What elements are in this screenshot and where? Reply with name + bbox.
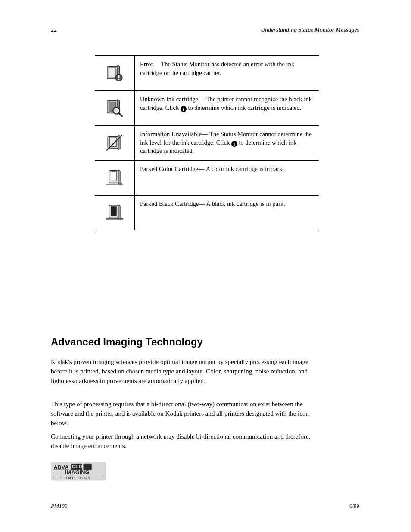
- table-row: Error— The Status Monitor has detected a…: [95, 56, 319, 91]
- row-name: Parked Color Cartridge: [140, 165, 198, 172]
- status-icons-table: Error— The Status Monitor has detected a…: [95, 55, 319, 231]
- row-text: Parked Color Cartridge— A color ink cart…: [135, 161, 319, 195]
- svg-rect-15: [111, 172, 116, 181]
- svg-rect-1: [109, 68, 116, 77]
- svg-rect-3: [118, 75, 120, 78]
- printer-error-icon: [95, 56, 135, 90]
- footer-date: 6/99: [349, 503, 359, 510]
- row-text: Error— The Status Monitor has detected a…: [135, 56, 319, 90]
- row-text: Information Unavailable— The Status Moni…: [135, 126, 319, 160]
- table-row: Parked Color Cartridge— A color ink cart…: [95, 161, 319, 196]
- printer-unavailable-icon: [95, 126, 135, 160]
- row-desc: — A color ink cartridge is in park.: [198, 165, 284, 172]
- table-row: Parked Black Cartridge— A black ink cart…: [95, 196, 319, 230]
- row-text: Unknown Ink cartridge— The printer canno…: [135, 91, 319, 125]
- row-desc: — The Status Monitor has detected an err…: [140, 61, 294, 76]
- svg-text:IMAGING: IMAGING: [65, 469, 89, 476]
- printer-magnify-icon: [95, 91, 135, 125]
- svg-rect-23: [84, 464, 92, 470]
- ait-paragraph-2: This type of processing requires that a …: [51, 400, 318, 428]
- ait-paragraph-3: Connecting your printer through a networ…: [51, 432, 318, 451]
- page-number: 22: [51, 27, 57, 34]
- svg-text:CED: CED: [72, 464, 82, 469]
- printer-park-black-icon: [95, 196, 135, 230]
- advanced-imaging-technology-logo: ADVA CED IMAGING TECHNOLOGY ™: [51, 460, 106, 487]
- svg-text:™: ™: [102, 475, 104, 478]
- svg-rect-18: [111, 207, 116, 216]
- printer-park-color-icon: [95, 161, 135, 195]
- footer-model: PM100: [51, 503, 67, 510]
- row-name: Parked Black Cartridge: [140, 200, 199, 207]
- row-name: Unknown Ink cartridge: [140, 96, 198, 103]
- svg-rect-4: [118, 79, 120, 80]
- row-desc: — A black ink cartridge is in park.: [199, 200, 285, 207]
- svg-line-8: [119, 113, 122, 116]
- info-icon[interactable]: i: [181, 106, 187, 112]
- table-row: Unknown Ink cartridge— The printer canno…: [95, 91, 319, 126]
- row-desc-after: to determine which ink cartridge is indi…: [187, 104, 302, 111]
- table-row: Information Unavailable— The Status Moni…: [95, 126, 319, 161]
- section-title: Understanding Status Monitor Messages: [261, 27, 359, 34]
- row-name: Information Unavailable: [140, 131, 202, 137]
- ait-paragraph-1: Kodak's proven imaging sciences provide …: [51, 358, 318, 386]
- info-icon[interactable]: i: [231, 141, 237, 147]
- svg-text:TECHNOLOGY: TECHNOLOGY: [53, 476, 92, 480]
- row-name: Error: [140, 61, 153, 68]
- ait-heading: Advanced Imaging Technology: [51, 336, 203, 348]
- row-text: Parked Black Cartridge— A black ink cart…: [135, 196, 319, 230]
